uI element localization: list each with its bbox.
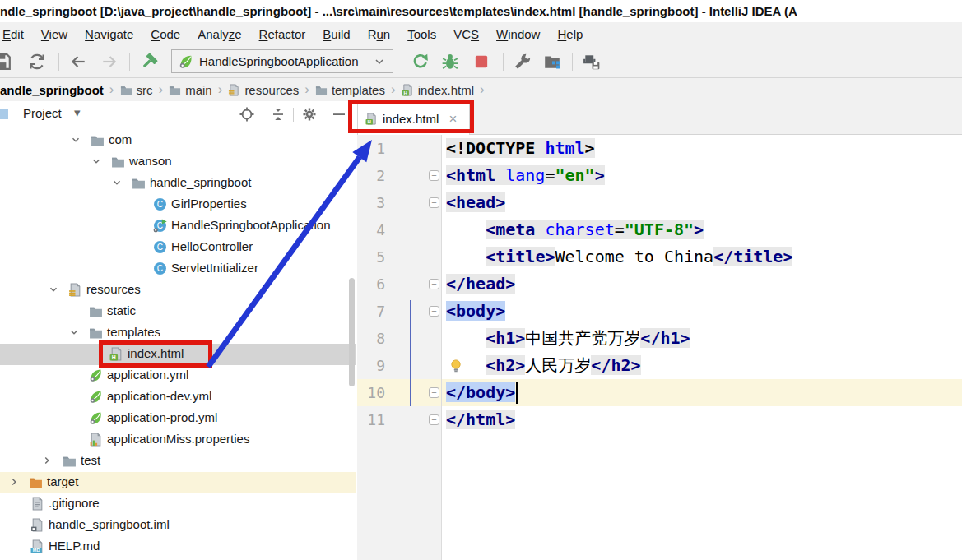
back-icon[interactable] [69, 53, 87, 71]
sync-icon[interactable] [28, 53, 46, 71]
chevron-down-icon[interactable] [48, 284, 59, 295]
chevron-right-icon[interactable] [41, 455, 53, 466]
chevron-right-icon[interactable] [8, 476, 20, 488]
code-line-7[interactable]: <body> [446, 298, 505, 325]
tree-item-test[interactable]: test [0, 451, 356, 472]
line-number: 11 [357, 406, 385, 433]
breadcrumb-separator: › [480, 81, 485, 98]
breadcrumb-item-templates[interactable]: templates [315, 83, 385, 97]
tree-item-hellocontroller[interactable]: CHelloController [0, 237, 356, 258]
save-all-icon[interactable] [583, 53, 601, 71]
menu-item-code[interactable]: Code [151, 27, 180, 41]
tree-item-wanson[interactable]: wanson [0, 151, 356, 173]
code-line-10[interactable]: </body> [446, 379, 515, 406]
project-tree-scrollbar[interactable] [349, 278, 355, 386]
stop-icon[interactable] [472, 53, 490, 71]
collapse-all-icon[interactable] [270, 106, 286, 123]
breadcrumb-item-index-html[interactable]: Hindex.html [402, 83, 474, 97]
locate-icon[interactable] [239, 106, 255, 123]
code-token: </body> [446, 382, 515, 402]
menu-item-window[interactable]: Window [496, 27, 540, 41]
project-structure-icon[interactable] [543, 53, 561, 71]
code-line-3[interactable]: <head> [446, 189, 505, 216]
code-line-9[interactable]: <h2>人民万岁</h2> [446, 352, 641, 379]
tree-item-applicationmiss-properties[interactable]: applicationMiss.properties [0, 429, 356, 451]
menu-item-navigate[interactable]: Navigate [85, 27, 133, 41]
wrench-icon[interactable] [514, 53, 532, 71]
code-line-4[interactable]: <meta charset="UTF-8"> [446, 216, 704, 243]
fold-marker-line-3[interactable]: − [429, 197, 439, 208]
breadcrumb-item-resources[interactable]: resources [228, 83, 299, 97]
intention-bulb-icon[interactable] [448, 359, 463, 373]
tree-item-label: handle_springboot.iml [49, 517, 170, 531]
tree-item-girlproperties[interactable]: CGirlProperties [0, 194, 356, 215]
tree-item-servletinitializer[interactable]: CServletInitializer [0, 258, 356, 280]
gear-icon[interactable] [301, 106, 318, 123]
code-token: <!DOCTYPE [446, 138, 545, 158]
tree-item-application-prod-yml[interactable]: application-prod.yml [0, 408, 356, 429]
properties-icon [89, 433, 103, 447]
run-configuration-select[interactable]: HandleSpringbootApplication [171, 49, 393, 73]
menu-item-view[interactable]: View [41, 27, 67, 41]
code-line-8[interactable]: <h1>中国共产党万岁</h1> [446, 325, 690, 352]
fold-marker-line-11[interactable]: − [429, 414, 439, 425]
toolbar-separator [572, 53, 573, 71]
menu-item-analyze[interactable]: Analyze [198, 27, 241, 41]
tree-item-handlespringbootapplication[interactable]: CHandleSpringbootApplication [0, 215, 356, 237]
menu-item-vcs[interactable]: VCS [453, 27, 479, 41]
build-hammer-icon[interactable] [140, 53, 158, 71]
menu-item-edit[interactable]: Edit [2, 27, 24, 41]
menu-item-run[interactable]: Run [368, 27, 391, 41]
menu-item-tools[interactable]: Tools [407, 27, 436, 41]
breadcrumb-item-andle-springboot[interactable]: andle_springboot [0, 83, 104, 97]
hide-panel-icon[interactable] [331, 106, 347, 123]
tree-item-com[interactable]: com [0, 130, 356, 151]
breadcrumb-item-main[interactable]: main [169, 83, 212, 97]
code-line-2[interactable]: <html lang="en"> [446, 162, 605, 189]
code-token: "en" [555, 165, 594, 185]
fold-marker-line-10[interactable]: − [429, 387, 439, 398]
menu-item-refactor[interactable]: Refactor [259, 27, 306, 41]
project-panel-title[interactable]: Project [23, 106, 62, 120]
tree-item-handle-springboot[interactable]: handle_springboot [0, 173, 356, 194]
resources-icon [68, 283, 82, 297]
line-number: 1 [357, 135, 385, 162]
tree-item-handle-springboot-iml[interactable]: handle_springboot.iml [0, 515, 356, 536]
code-line-1[interactable]: <!DOCTYPE html> [446, 135, 595, 162]
fold-marker-line-2[interactable]: − [429, 170, 439, 181]
code-line-6[interactable]: </head> [446, 271, 515, 298]
chevron-down-icon[interactable] [68, 326, 80, 338]
debug-icon[interactable] [441, 53, 459, 71]
breadcrumb-item-src[interactable]: src [120, 83, 153, 97]
folder-icon [169, 84, 181, 96]
code-line-5[interactable]: <title>Welcome to China</title> [446, 243, 792, 271]
window-title: ndle_springboot [D:\java_project\handle_… [0, 0, 962, 22]
fold-marker-line-7[interactable]: − [429, 306, 439, 317]
forward-icon[interactable] [100, 53, 119, 71]
menu-item-help[interactable]: Help [557, 27, 583, 41]
tree-item-resources[interactable]: resources [0, 280, 356, 301]
line-number: 5 [357, 243, 385, 271]
tree-item-application-dev-yml[interactable]: application-dev.yml [0, 386, 356, 408]
html-icon: H [402, 84, 414, 96]
tree-item--gitignore[interactable]: .gitignore [0, 493, 356, 515]
code-line-11[interactable]: </html> [446, 406, 515, 433]
tree-item-help-md[interactable]: MDHELP.md [0, 536, 356, 558]
chevron-down-icon[interactable] [91, 155, 102, 167]
breadcrumb-separator: › [391, 81, 396, 98]
menu-item-build[interactable]: Build [323, 27, 350, 41]
breadcrumb-label: index.html [418, 83, 474, 97]
code-token: = [545, 165, 555, 185]
chevron-down-icon[interactable] [70, 134, 81, 146]
tree-item-target[interactable]: target [0, 472, 356, 493]
toolbar-separator [503, 53, 504, 71]
line-number: 6 [357, 271, 385, 298]
tree-item-static[interactable]: static [0, 301, 356, 322]
save-icon[interactable] [0, 53, 12, 71]
tree-item-application-yml[interactable]: application.yml [0, 365, 356, 386]
tree-item-label: application.yml [107, 368, 188, 382]
fold-marker-line-6[interactable]: − [429, 279, 439, 289]
rerun-icon[interactable] [411, 53, 430, 71]
class-icon: C [153, 240, 167, 254]
chevron-down-icon[interactable] [111, 177, 123, 188]
